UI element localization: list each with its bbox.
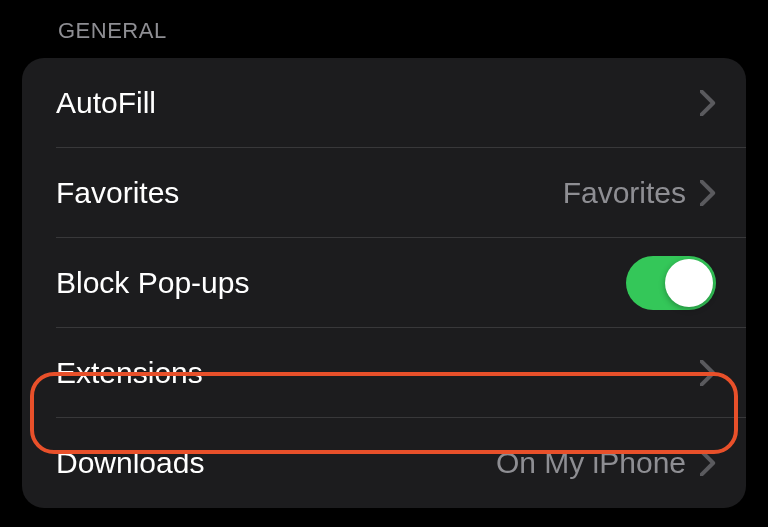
toggle-block-popups[interactable] [626,256,716,310]
section-header-general: GENERAL [0,0,768,58]
row-label-extensions: Extensions [56,356,203,390]
chevron-right-icon [700,450,716,476]
row-label-block-popups: Block Pop-ups [56,266,249,300]
toggle-knob [665,259,713,307]
row-label-autofill: AutoFill [56,86,156,120]
row-value-downloads: On My iPhone [496,446,686,480]
row-right [700,90,716,116]
chevron-right-icon [700,90,716,116]
row-label-favorites: Favorites [56,176,179,210]
settings-group-general: AutoFill Favorites Favorites Block Pop-u… [22,58,746,508]
row-right: Favorites [563,176,716,210]
row-right [700,360,716,386]
chevron-right-icon [700,180,716,206]
row-downloads[interactable]: Downloads On My iPhone [22,418,746,508]
row-autofill[interactable]: AutoFill [22,58,746,148]
row-favorites[interactable]: Favorites Favorites [22,148,746,238]
row-right [626,256,716,310]
row-value-favorites: Favorites [563,176,686,210]
row-right: On My iPhone [496,446,716,480]
row-extensions[interactable]: Extensions [22,328,746,418]
row-label-downloads: Downloads [56,446,204,480]
row-block-popups: Block Pop-ups [22,238,746,328]
chevron-right-icon [700,360,716,386]
